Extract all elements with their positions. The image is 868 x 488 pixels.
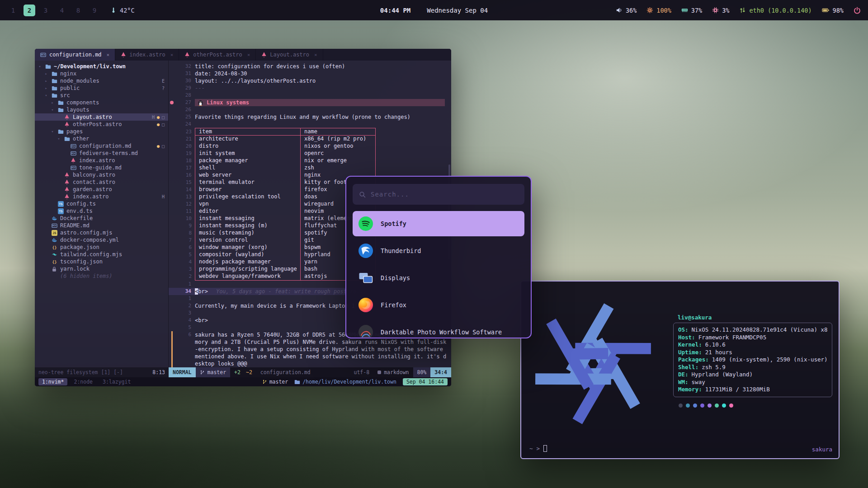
volume-icon bbox=[616, 7, 623, 14]
tree-item-index.astro[interactable]: index.astroH bbox=[35, 193, 168, 200]
workspace-switcher: 123489 bbox=[7, 5, 100, 16]
launcher-search[interactable] bbox=[353, 184, 524, 205]
json-icon: {} bbox=[51, 258, 57, 265]
tree-item-label: index.astro bbox=[79, 157, 115, 164]
editor-text: Favorite things regarding Linux and my w… bbox=[195, 113, 410, 121]
module-cpu[interactable]: 3% bbox=[712, 7, 729, 14]
line-number: 4 bbox=[175, 258, 192, 265]
temperature-module[interactable]: 42°C bbox=[110, 7, 135, 14]
fetch-info-label: OS: bbox=[678, 326, 689, 334]
tree-item-pages[interactable]: ▾pages bbox=[35, 128, 168, 135]
module-network[interactable]: eth0 (10.0.0.140) bbox=[739, 7, 811, 14]
tab-index.astro[interactable]: index.astro× bbox=[115, 49, 179, 61]
workspace-button-3[interactable]: 3 bbox=[40, 5, 52, 16]
launcher-item-darktable[interactable]: Darktable Photo Workflow Software bbox=[353, 319, 524, 338]
tmux-window-1:nvim*[interactable]: 1:nvim* bbox=[38, 378, 67, 385]
tab-otherPost.astro[interactable]: otherPost.astro× bbox=[179, 49, 256, 61]
table-row: 20distronixos or gentoo bbox=[195, 143, 375, 150]
sign-column bbox=[169, 317, 175, 324]
tree-item-6hiddenitems[interactable]: (6 hidden items) bbox=[35, 272, 168, 280]
docker-icon bbox=[51, 237, 57, 243]
tree-item-tone-guide.md[interactable]: tone-guide.md bbox=[35, 164, 168, 171]
launcher-item-displays[interactable]: Displays bbox=[353, 265, 524, 291]
tab-close-icon[interactable]: × bbox=[170, 52, 174, 58]
cursor-position: 34:4 bbox=[430, 367, 451, 377]
sign-column bbox=[169, 70, 175, 77]
power-button[interactable] bbox=[854, 7, 861, 14]
tree-item-config.ts[interactable]: TSconfig.ts bbox=[35, 200, 168, 207]
tab-close-icon[interactable]: × bbox=[107, 52, 110, 58]
workspace-button-2[interactable]: 2 bbox=[24, 5, 35, 16]
tab-close-icon[interactable]: × bbox=[247, 52, 250, 58]
terminal-window[interactable]: liv@sakura OS:NixOS 24.11.20240828.71e91… bbox=[520, 281, 840, 459]
tab-label: otherPost.astro bbox=[193, 52, 242, 58]
launcher-item-label: Spotify bbox=[381, 220, 406, 227]
tree-badge: ● bbox=[157, 144, 160, 149]
astro-icon bbox=[64, 114, 70, 120]
tree-item-package.json[interactable]: {}package.json bbox=[35, 244, 168, 251]
table-cell-item: compositor (wayland) bbox=[195, 251, 300, 258]
penguin-icon bbox=[198, 99, 203, 106]
tree-item-tailwind.config.mjs[interactable]: tailwind.config.mjs bbox=[35, 251, 168, 258]
workspace-button-4[interactable]: 4 bbox=[56, 5, 68, 16]
tree-item-tsconfig.json[interactable]: {}tsconfig.json bbox=[35, 258, 168, 265]
tree-item-configuration.md[interactable]: configuration.md●□ bbox=[35, 142, 168, 150]
tree-item-fediverse-terms.md[interactable]: fediverse-terms.md bbox=[35, 150, 168, 157]
palette-dot-2 bbox=[693, 404, 697, 408]
module-volume[interactable]: 36% bbox=[616, 7, 637, 14]
workspace-button-9[interactable]: 9 bbox=[89, 5, 100, 16]
tree-item-contact.astro[interactable]: contact.astro bbox=[35, 178, 168, 186]
tree-item-garden.astro[interactable]: garden.astro bbox=[35, 186, 168, 193]
table-cell-name: nix or emerge bbox=[300, 157, 375, 164]
tree-item-components[interactable]: ▸components bbox=[35, 99, 168, 106]
tree-item-astro.config.mjs[interactable]: JSastro.config.mjs bbox=[35, 229, 168, 236]
launcher-item-thunderbird[interactable]: Thunderbird bbox=[353, 238, 524, 263]
fetch-info-line: Shell:zsh 5.9 bbox=[678, 364, 827, 371]
tree-item-yarn.lock[interactable]: yarn.lock bbox=[35, 265, 168, 272]
tree-item-env.d.ts[interactable]: TSenv.d.ts bbox=[35, 207, 168, 215]
tmux-window-2:node[interactable]: 2:node bbox=[70, 378, 96, 385]
tab-Layout.astro[interactable]: Layout.astro× bbox=[256, 49, 323, 61]
folder-open-icon bbox=[45, 63, 51, 70]
fetch-info-value: 1409 (nix-system), 2590 (nix-user) bbox=[712, 356, 827, 364]
json-icon: {} bbox=[51, 244, 57, 250]
shell-prompt[interactable]: ~ > bbox=[529, 445, 547, 452]
tree-item-label: tsconfig.json bbox=[60, 258, 103, 265]
module-gear[interactable]: 100% bbox=[646, 7, 671, 14]
tree-item-otherPost.astro[interactable]: otherPost.astro●□ bbox=[35, 121, 168, 128]
tree-item-public[interactable]: ▸public? bbox=[35, 84, 168, 92]
tree-item-layouts[interactable]: ▾layouts bbox=[35, 106, 168, 113]
tree-item-node_modules[interactable]: ▸node_modulesE bbox=[35, 77, 168, 84]
workspace-button-1[interactable]: 1 bbox=[7, 5, 19, 16]
folder-icon bbox=[51, 78, 57, 84]
tree-item-label: src bbox=[60, 92, 70, 99]
neotree-status-text: neo-tree filesystem [1] [-] bbox=[38, 369, 123, 375]
tmux-window-3:lazygit[interactable]: 3:lazygit bbox=[99, 378, 134, 385]
tree-item-docker-compose.yml[interactable]: docker-compose.yml bbox=[35, 236, 168, 244]
tree-item-Layout.astro[interactable]: Layout.astroH●□ bbox=[35, 113, 168, 121]
tree-item-Dockerfile[interactable]: Dockerfile bbox=[35, 215, 168, 222]
status-modules: 36%100%37%3%eth0 (10.0.0.140)98% bbox=[616, 7, 844, 14]
file-tree-panel: ▾~/Development/liv.town▸nginx▸node_modul… bbox=[35, 61, 169, 367]
tree-item-other[interactable]: ▾other bbox=[35, 135, 168, 142]
tree-item-balcony.astro[interactable]: balcony.astro bbox=[35, 171, 168, 178]
search-input[interactable] bbox=[371, 191, 518, 198]
tree-item-~Developmentliv.town[interactable]: ▾~/Development/liv.town bbox=[35, 63, 168, 70]
module-memory[interactable]: 37% bbox=[681, 7, 702, 14]
tree-item-badges: H●□ bbox=[152, 115, 165, 120]
launcher-item-firefox[interactable]: Firefox bbox=[353, 292, 524, 318]
tab-configuration.md[interactable]: configuration.md× bbox=[35, 49, 115, 61]
tree-item-src[interactable]: ▾src bbox=[35, 92, 168, 99]
workspace-button-8[interactable]: 8 bbox=[72, 5, 84, 16]
clock-module[interactable]: 04:44 PM Wednesday Sep 04 bbox=[380, 7, 488, 14]
module-battery[interactable]: 98% bbox=[822, 7, 844, 14]
tree-item-README.md[interactable]: README.md bbox=[35, 222, 168, 229]
heading-marker-icon bbox=[170, 101, 174, 104]
launcher-item-spotify[interactable]: Spotify bbox=[353, 211, 524, 236]
tree-item-nginx[interactable]: ▸nginx bbox=[35, 70, 168, 77]
tree-item-index.astro[interactable]: index.astro bbox=[35, 157, 168, 164]
tab-close-icon[interactable]: × bbox=[314, 52, 317, 58]
nixos-logo bbox=[528, 291, 659, 436]
markdown-icon bbox=[70, 150, 76, 156]
chevron-down-icon: ▾ bbox=[38, 64, 42, 69]
